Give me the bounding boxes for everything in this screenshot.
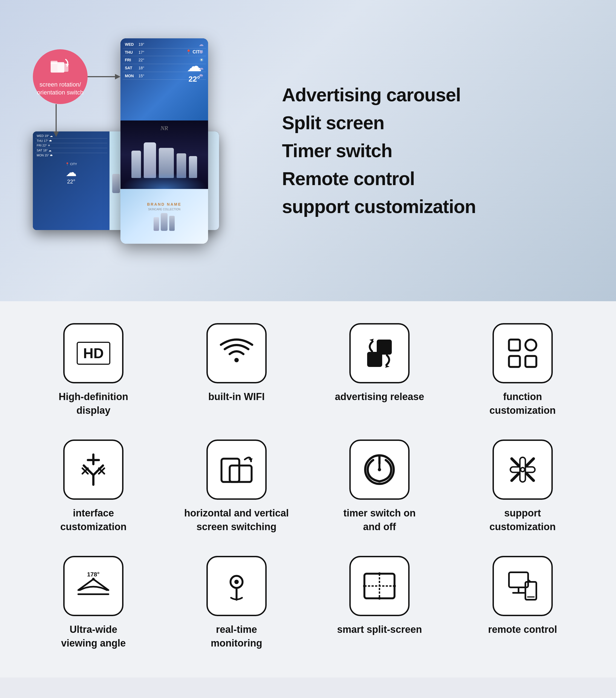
adrelease-icon-box	[349, 323, 409, 383]
splitscreen-icon	[362, 568, 397, 604]
funcustom-icon-box	[492, 323, 553, 383]
hvswitch-icon	[219, 452, 254, 487]
arrow-down	[52, 104, 60, 137]
bottom-section: HD High-definitiondisplay built-in WIFI	[0, 301, 616, 678]
rotation-circle: screen rotation/ orientation switch	[33, 49, 88, 104]
interface-icon	[75, 452, 111, 487]
ultrawide-icon: 178°	[75, 568, 111, 604]
realtime-label: real-timemonitoring	[211, 623, 262, 650]
arrow-right	[88, 72, 121, 81]
support-label: supportcustomization	[490, 506, 556, 534]
remote-label: remote control	[488, 623, 557, 637]
svg-rect-9	[367, 352, 382, 367]
support-icon-box	[492, 439, 553, 500]
realtime-icon-box	[207, 556, 267, 616]
icon-item-wifi: built-in WIFI	[171, 323, 303, 418]
hd-icon-box: HD	[63, 323, 124, 383]
wifi-icon-box	[207, 323, 267, 383]
ultrawide-icon-box: 178°	[63, 556, 124, 616]
icon-item-realtime: real-timemonitoring	[171, 556, 303, 650]
svg-rect-24	[230, 465, 252, 482]
funcustom-label: functioncustomization	[490, 390, 556, 418]
timer-icon-box	[349, 439, 409, 500]
features-text: Advertising carousel Split screen Timer …	[260, 81, 589, 221]
svg-point-39	[92, 578, 95, 581]
realtime-icon	[219, 568, 254, 604]
wifi-icon	[219, 335, 254, 371]
svg-point-46	[363, 585, 366, 587]
hvswitch-label: horizontal and verticalscreen switching	[184, 506, 289, 534]
svg-marker-5	[115, 74, 121, 80]
svg-point-47	[393, 585, 396, 587]
remote-icon	[505, 568, 541, 604]
device-vertical: WED19°☁ THU17°🌧 FRI22°☀ SAT18°☁ MON15°🌧 …	[121, 38, 208, 244]
icon-item-ultrawide: 178° Ultra-wideviewing angle	[27, 556, 159, 650]
svg-point-35	[521, 468, 524, 471]
icons-grid: HD High-definitiondisplay built-in WIFI	[27, 323, 589, 650]
funcustom-icon	[505, 335, 541, 371]
timer-label: timer switch onand off	[343, 506, 416, 534]
interface-icon-box	[63, 439, 124, 500]
svg-point-28	[378, 468, 381, 471]
icon-item-adrelease: advertising release	[313, 323, 446, 418]
device-area: screen rotation/ orientation switch WED1…	[27, 27, 260, 274]
icon-item-remote: remote control	[457, 556, 589, 650]
splitscreen-icon-box	[349, 556, 409, 616]
ultrawide-label: Ultra-wideviewing angle	[61, 623, 126, 650]
wifi-label: built-in WIFI	[208, 390, 265, 404]
feature-4: Remote control	[282, 165, 589, 193]
top-section: screen rotation/ orientation switch WED1…	[0, 0, 616, 301]
timer-icon	[362, 452, 397, 487]
feature-5: support customization	[282, 193, 589, 221]
icon-item-timer: timer switch onand off	[313, 439, 446, 534]
svg-rect-13	[526, 339, 536, 350]
splitscreen-label: smart split-screen	[337, 623, 422, 637]
svg-rect-1	[51, 61, 57, 64]
feature-2: Split screen	[282, 109, 589, 137]
icon-item-funcustom: functioncustomization	[457, 323, 589, 418]
svg-point-48	[378, 572, 381, 575]
svg-point-42	[234, 580, 239, 584]
svg-marker-7	[53, 131, 59, 137]
svg-rect-14	[509, 356, 520, 367]
icon-item-support: supportcustomization	[457, 439, 589, 534]
support-icon	[505, 452, 541, 487]
hd-icon: HD	[76, 342, 110, 365]
icon-item-hd: HD High-definitiondisplay	[27, 323, 159, 418]
hd-label: High-definitiondisplay	[59, 390, 128, 418]
feature-3: Timer switch	[282, 137, 589, 165]
icon-item-interface: interfacecustomization	[27, 439, 159, 534]
svg-point-49	[378, 597, 381, 600]
interface-label: interfacecustomization	[60, 506, 126, 534]
icon-item-splitscreen: smart split-screen	[313, 556, 446, 650]
rotation-label: screen rotation/ orientation switch	[33, 81, 88, 96]
svg-rect-12	[509, 339, 520, 350]
remote-icon-box	[492, 556, 553, 616]
feature-1: Advertising carousel	[282, 81, 589, 109]
icon-item-hvswitch: horizontal and verticalscreen switching	[171, 439, 303, 534]
hvswitch-icon-box	[207, 439, 267, 500]
svg-rect-15	[526, 356, 536, 367]
svg-text:178°: 178°	[87, 571, 100, 578]
adrelease-icon	[362, 335, 397, 371]
adrelease-label: advertising release	[335, 390, 424, 404]
